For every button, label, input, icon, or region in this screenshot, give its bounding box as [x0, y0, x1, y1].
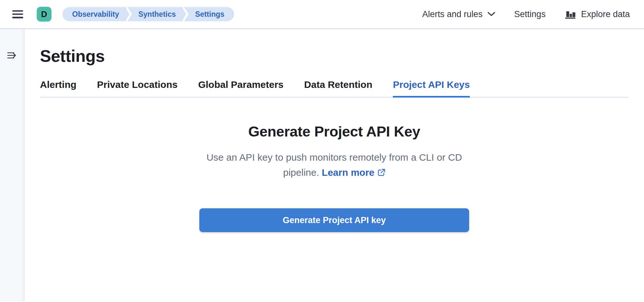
- settings-link-label: Settings: [514, 9, 546, 19]
- breadcrumb-synthetics[interactable]: Synthetics: [131, 7, 184, 21]
- generate-api-key-panel: Generate Project API Key Use an API key …: [40, 123, 629, 232]
- main-content: Settings Alerting Private Locations Glob…: [24, 29, 644, 301]
- tab-project-api-keys[interactable]: Project API Keys: [393, 79, 470, 98]
- explore-data-link[interactable]: Explore data: [564, 8, 630, 20]
- tab-data-retention[interactable]: Data Retention: [304, 79, 373, 98]
- tab-alerting[interactable]: Alerting: [40, 79, 76, 98]
- settings-link[interactable]: Settings: [514, 9, 546, 19]
- learn-more-link[interactable]: Learn more: [322, 167, 385, 178]
- expand-sidebar-button[interactable]: [6, 50, 19, 61]
- tab-bar: Alerting Private Locations Global Parame…: [40, 79, 629, 98]
- menu-right-icon: [7, 51, 18, 60]
- api-key-description: Use an API key to push monitors remotely…: [197, 150, 472, 180]
- tab-global-parameters[interactable]: Global Parameters: [198, 79, 283, 98]
- generate-project-api-key-button[interactable]: Generate Project API key: [199, 208, 469, 232]
- breadcrumb-settings[interactable]: Settings: [187, 7, 234, 21]
- breadcrumb-observability[interactable]: Observability: [62, 7, 127, 21]
- avatar[interactable]: D: [37, 7, 52, 22]
- external-link-icon: [377, 168, 385, 177]
- page-title: Settings: [40, 46, 629, 66]
- bar-chart-icon: [564, 8, 576, 20]
- explore-data-label: Explore data: [581, 9, 630, 19]
- breadcrumb: Observability Synthetics Settings: [62, 7, 234, 21]
- collapsed-sidebar: [0, 29, 24, 301]
- tab-private-locations[interactable]: Private Locations: [97, 79, 177, 98]
- workspace: Settings Alerting Private Locations Glob…: [0, 29, 644, 301]
- alerts-and-rules-label: Alerts and rules: [422, 9, 483, 19]
- learn-more-label: Learn more: [322, 167, 374, 178]
- chevron-down-icon: [487, 12, 496, 17]
- top-header: D Observability Synthetics Settings Aler…: [0, 0, 644, 29]
- hamburger-menu-icon[interactable]: [12, 10, 23, 18]
- alerts-and-rules-menu[interactable]: Alerts and rules: [422, 9, 496, 19]
- generate-api-key-heading: Generate Project API Key: [40, 123, 629, 140]
